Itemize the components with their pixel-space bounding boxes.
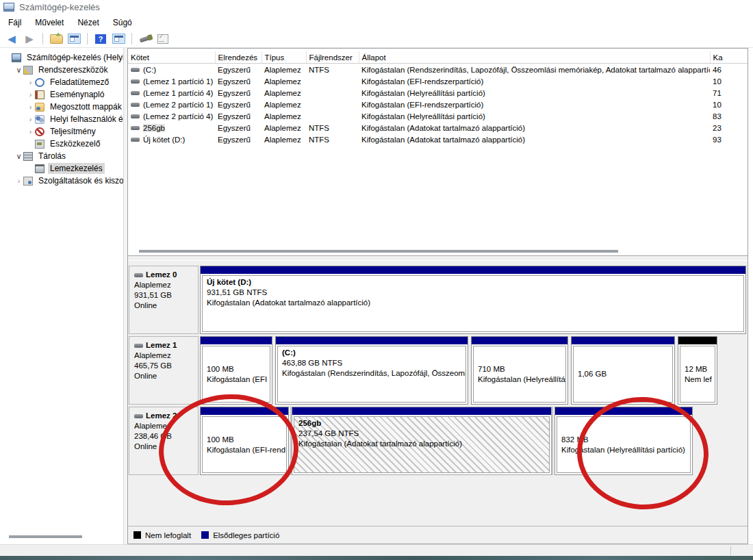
view-splitter[interactable] bbox=[128, 255, 748, 261]
volume-cell: Egyszerű bbox=[215, 99, 261, 110]
table-row[interactable]: Új kötet (D:)EgyszerűAlaplemezNTFSKifogá… bbox=[128, 133, 748, 145]
title-bar: Számítógép-kezelés bbox=[0, 0, 753, 14]
expander-closed-icon[interactable]: › bbox=[26, 103, 35, 111]
partition[interactable]: 12 MBNem lef bbox=[678, 336, 717, 405]
partition[interactable]: 710 MBKifogástalan (Helyreállítá bbox=[471, 336, 568, 405]
partition[interactable]: 1,06 GB bbox=[571, 336, 675, 405]
primary-partition-color-bar bbox=[201, 407, 288, 415]
disk-management-icon bbox=[35, 164, 44, 173]
services-icon bbox=[23, 177, 33, 186]
menu-item-nézet[interactable]: Nézet bbox=[71, 16, 105, 29]
volume-cell: Egyszerű bbox=[215, 75, 261, 87]
partition-size: 100 MB bbox=[207, 435, 282, 445]
list-horizontal-scrollbar[interactable] bbox=[128, 247, 748, 255]
table-row[interactable]: (Lemez 1 partíció 4)EgyszerűAlaplemezKif… bbox=[128, 87, 748, 99]
device-tool-icon[interactable] bbox=[137, 31, 153, 46]
sidebar-item-label: Teljesítmény bbox=[48, 126, 98, 137]
partition-size: 12 MB bbox=[685, 364, 711, 374]
sidebar-scrollbar-thumb[interactable] bbox=[9, 535, 82, 538]
partition[interactable]: 100 MBKifogástalan (EFI bbox=[200, 336, 272, 405]
disk-header-0[interactable]: Lemez 0Alaplemez931,51 GBOnline bbox=[129, 266, 199, 334]
column-header-kötet[interactable]: Kötet bbox=[128, 51, 215, 64]
expander-closed-icon[interactable]: › bbox=[14, 177, 23, 185]
sidebar-item-local-users[interactable]: ›Helyi felhasználók és cs bbox=[0, 113, 123, 125]
volume-cell: 83 bbox=[710, 110, 748, 122]
disk-size: 931,51 GB bbox=[134, 290, 193, 301]
partition-status: Kifogástalan (Helyreállítá bbox=[478, 374, 561, 385]
footer-divider bbox=[730, 546, 731, 555]
volume-cell: Alaplemez bbox=[261, 87, 306, 99]
volume-icon bbox=[131, 103, 140, 107]
sidebar-item-services[interactable]: ›Szolgáltatások és kiszolgáló bbox=[0, 175, 123, 187]
disk-row-2: Lemez 2Alaplemez238,46 GBOnline100 MBKif… bbox=[129, 407, 746, 475]
sidebar-item-performance[interactable]: ›Teljesítmény bbox=[0, 125, 123, 138]
partition[interactable]: 100 MBKifogástalan (EFI-rend bbox=[200, 407, 289, 475]
back-icon[interactable]: ◀ bbox=[3, 31, 20, 46]
disk-header-1[interactable]: Lemez 1Alaplemez465,75 GBOnline bbox=[129, 336, 199, 405]
sidebar-item-storage[interactable]: ∨Tárolás bbox=[0, 150, 123, 162]
partition-info: 1,06 GB bbox=[573, 346, 673, 403]
partition-area: 100 MBKifogástalan (EFI(C:)463,88 GB NTF… bbox=[199, 336, 746, 405]
table-row[interactable]: (C:)EgyszerűAlaplemezNTFSKifogástalan (R… bbox=[128, 64, 748, 76]
column-header-ka[interactable]: Ka bbox=[710, 51, 748, 64]
column-header-fájlrendszer[interactable]: Fájlrendszer bbox=[306, 51, 359, 64]
volume-icon bbox=[131, 91, 140, 95]
performance-icon bbox=[35, 127, 44, 136]
table-row[interactable]: (Lemez 2 partíció 4)EgyszerűAlaplemezKif… bbox=[128, 110, 748, 122]
column-header-elrendezés[interactable]: Elrendezés bbox=[215, 51, 261, 64]
sidebar-item-label: Megosztott mappák bbox=[48, 101, 123, 112]
column-header-típus[interactable]: Típus bbox=[261, 51, 306, 64]
table-row[interactable]: 256gbEgyszerűAlaplemezNTFSKifogástalan (… bbox=[128, 122, 748, 133]
partition[interactable]: 832 MBKifogástalan (Helyreállítási partí… bbox=[554, 407, 693, 475]
volume-cell: Kifogástalan (EFI-rendszerpartíció) bbox=[359, 75, 710, 87]
expander-open-icon[interactable]: ∨ bbox=[14, 152, 23, 161]
table-row[interactable]: (Lemez 1 partíció 1)EgyszerűAlaplemezKif… bbox=[128, 75, 748, 87]
menu-item-súgó[interactable]: Súgó bbox=[106, 16, 139, 29]
export-list-icon[interactable] bbox=[48, 31, 64, 46]
column-header-állapot[interactable]: Állapot bbox=[359, 51, 710, 64]
partition[interactable]: 256gb237,54 GB NTFSKifogástalan (Adatoka… bbox=[292, 407, 552, 475]
partition-status: Kifogástalan (EFI bbox=[207, 374, 266, 385]
help-icon[interactable]: ? bbox=[92, 31, 109, 46]
expander-closed-icon[interactable]: › bbox=[26, 127, 35, 136]
partition-status: Kifogástalan (Helyreállítási partíció) bbox=[561, 445, 686, 455]
menu-item-művelet[interactable]: Művelet bbox=[28, 16, 71, 29]
expander-closed-icon[interactable]: › bbox=[26, 78, 35, 86]
legend-bar: Nem lefoglaltElsődleges partíció bbox=[128, 526, 748, 544]
expander-closed-icon[interactable]: › bbox=[26, 115, 35, 123]
shared-folders-icon bbox=[35, 103, 44, 112]
sidebar-item-computer[interactable]: Számítógép-kezelés (Helyi) bbox=[0, 51, 123, 64]
partition-name: Új kötet (D:) bbox=[207, 277, 739, 288]
volume-name-cell: (Lemez 2 partíció 4) bbox=[128, 110, 215, 122]
table-row[interactable]: (Lemez 2 partíció 1)EgyszerűAlaplemezKif… bbox=[128, 99, 748, 110]
primary-partition-color-bar bbox=[276, 337, 468, 344]
disk-header-2[interactable]: Lemez 2Alaplemez238,46 GBOnline bbox=[129, 407, 199, 475]
partition-info: 12 MBNem lef bbox=[680, 346, 715, 403]
disk-type: Alaplemez bbox=[134, 280, 193, 290]
sidebar-item-task-scheduler[interactable]: ›Feladatütemező bbox=[0, 76, 123, 88]
sidebar-item-system-tools[interactable]: ∨Rendszereszközök bbox=[0, 64, 123, 76]
expander-open-icon[interactable]: ∨ bbox=[14, 66, 23, 75]
task-list-icon: ✓— ✓— bbox=[157, 34, 168, 44]
partition-info: 832 MBKifogástalan (Helyreállítási partí… bbox=[557, 416, 691, 473]
sidebar-horizontal-scrollbar[interactable] bbox=[0, 533, 123, 540]
partition[interactable]: Új kötet (D:)931,51 GB NTFSKifogástalan … bbox=[200, 266, 746, 334]
menu-item-fájl[interactable]: Fájl bbox=[1, 16, 28, 29]
partition-area: Új kötet (D:)931,51 GB NTFSKifogástalan … bbox=[199, 266, 746, 334]
sidebar-item-event-viewer[interactable]: ›Eseménynapló bbox=[0, 88, 123, 101]
console-tree-toggle-icon[interactable] bbox=[66, 31, 82, 46]
expander-closed-icon[interactable]: › bbox=[26, 90, 35, 99]
task-list-icon[interactable]: ✓— ✓— bbox=[155, 31, 171, 46]
disk-type: Alaplemez bbox=[134, 421, 193, 431]
sidebar-item-shared-folders[interactable]: ›Megosztott mappák bbox=[0, 101, 123, 113]
forward-icon[interactable]: ▶ bbox=[21, 31, 38, 46]
partition[interactable]: (C:)463,88 GB NTFSKifogástalan (Rendszer… bbox=[275, 336, 468, 405]
disk-name-label: Lemez 2 bbox=[146, 411, 177, 421]
list-scrollbar-thumb[interactable] bbox=[139, 250, 618, 253]
sidebar-item-device-manager[interactable]: Eszközkezelő bbox=[0, 138, 123, 150]
sidebar-item-disk-management[interactable]: Lemezkezelés bbox=[0, 162, 123, 175]
action-pane-toggle-icon[interactable] bbox=[110, 31, 127, 46]
event-viewer-icon bbox=[35, 90, 44, 99]
action-pane-toggle-icon bbox=[112, 34, 125, 44]
sidebar-item-label: Tárolás bbox=[36, 151, 68, 162]
